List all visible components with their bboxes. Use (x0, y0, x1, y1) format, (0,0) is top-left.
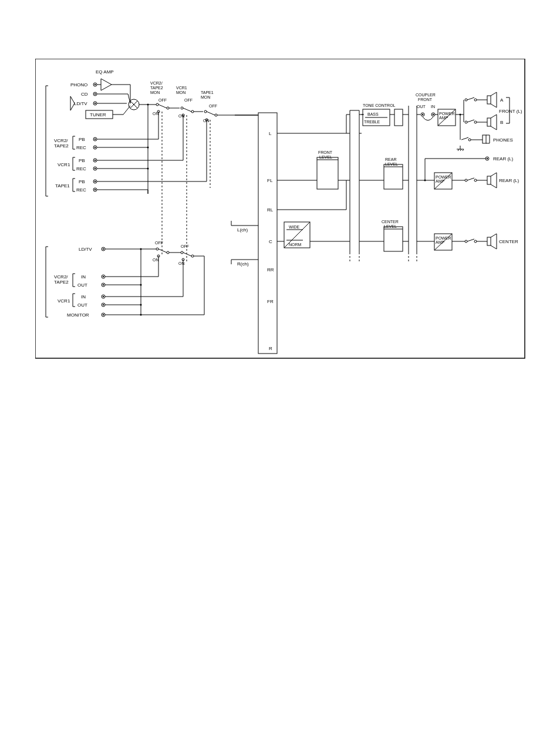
ldtv-audio-label: LD/TV (74, 101, 87, 106)
power-amp-front-label: POWER (439, 112, 454, 116)
svg-point-41 (215, 114, 217, 116)
ch-RL: RL (267, 207, 274, 213)
vcr2tape2-audio-label: VCR2/ (54, 138, 68, 143)
svg-point-95 (103, 296, 104, 298)
svg-point-62 (95, 181, 96, 183)
svg-point-77 (181, 251, 183, 254)
svg-point-58 (95, 168, 96, 170)
svg-point-7 (95, 93, 96, 95)
svg-point-183 (465, 121, 467, 123)
svg-point-21 (147, 104, 149, 106)
svg-point-72 (156, 248, 158, 250)
svg-text:TAPE2: TAPE2 (54, 143, 69, 149)
svg-line-26 (158, 105, 167, 108)
svg-text:AMP: AMP (436, 179, 445, 183)
phono-label: PHONO (70, 82, 87, 88)
out-label-coupler: OUT (417, 105, 426, 109)
speaker-b-label: B (500, 120, 503, 125)
Rch-label: R(ch) (237, 261, 249, 267)
rear-l-jack-label: REAR (L) (493, 156, 514, 161)
svg-point-99 (103, 304, 104, 306)
in-label-2: IN (81, 294, 86, 300)
svg-point-101 (140, 304, 142, 306)
ch-C: C (269, 239, 272, 244)
svg-rect-187 (487, 118, 491, 126)
pb-label-1: PB (79, 137, 85, 142)
svg-point-24 (156, 103, 158, 106)
off-label-v1: OFF (155, 241, 163, 245)
norm-label: NORM (289, 243, 302, 247)
svg-line-74 (158, 249, 167, 253)
svg-line-218 (467, 239, 474, 241)
svg-point-185 (474, 121, 477, 123)
rec-label-3: REC (76, 187, 86, 193)
svg-rect-182 (487, 96, 491, 104)
on-label-v1: ON (153, 258, 159, 262)
center-speaker-label: CENTER (499, 239, 518, 244)
svg-rect-193 (483, 135, 486, 143)
svg-point-87 (103, 276, 104, 278)
speaker-a-label: A (500, 97, 504, 103)
svg-text:FRONT: FRONT (418, 97, 433, 102)
eq-amp-label: EQ AMP (96, 69, 114, 75)
svg-point-80 (191, 255, 194, 257)
vcr1-audio-label: VCR1 (58, 162, 70, 167)
svg-line-79 (183, 253, 191, 256)
phones-label: PHONES (493, 137, 513, 143)
svg-rect-148 (384, 164, 403, 189)
tone-control-label: TONE CONTROL (363, 103, 396, 107)
in-label-1: IN (81, 274, 86, 280)
center-level-label: CENTER (382, 220, 399, 224)
svg-point-189 (460, 114, 461, 116)
monitor-video-label: MONITOR (67, 312, 89, 318)
ch-RR: RR (267, 267, 274, 272)
bass-label: BASS (367, 112, 379, 116)
svg-text:AMP: AMP (439, 116, 448, 120)
svg-point-54 (95, 160, 96, 161)
treble-label: TREBLE (364, 120, 380, 124)
Lch-label: L(ch) (237, 227, 248, 233)
svg-point-178 (465, 99, 467, 101)
svg-point-103 (103, 314, 104, 316)
pb-label-3: PB (79, 179, 85, 184)
svg-point-60 (147, 168, 149, 170)
out-label-2: OUT (77, 302, 87, 308)
svg-rect-212 (487, 176, 491, 184)
vcr1-mon-label: VCR1 (176, 86, 187, 90)
svg-text:MON: MON (201, 95, 210, 99)
rec-label-1: REC (76, 145, 86, 150)
ch-FR: FR (267, 299, 274, 304)
vcr2tape2-video-label: VCR2/ (54, 274, 68, 280)
rear-l-speaker-label: REAR (L) (499, 178, 519, 183)
svg-point-105 (140, 314, 142, 316)
svg-point-93 (140, 284, 142, 286)
out-label-1: OUT (77, 282, 87, 288)
svg-point-2 (95, 84, 96, 86)
svg-point-203 (424, 180, 426, 181)
svg-text:TAPE2: TAPE2 (54, 280, 69, 285)
svg-point-208 (465, 179, 467, 181)
svg-text:LEVEL: LEVEL (385, 162, 398, 166)
off-label-2: OFF (184, 98, 193, 102)
svg-point-66 (95, 189, 96, 191)
svg-point-91 (103, 284, 104, 286)
power-amp-rear-label: POWER (436, 175, 451, 179)
svg-text:MON: MON (150, 90, 160, 95)
svg-point-210 (474, 179, 477, 181)
svg-point-38 (204, 110, 207, 113)
cd-label: CD (81, 92, 88, 97)
rec-label-2: REC (76, 166, 86, 171)
svg-line-184 (467, 120, 474, 122)
svg-line-33 (183, 108, 191, 112)
svg-point-70 (103, 248, 104, 250)
svg-line-191 (461, 137, 468, 140)
svg-rect-146 (394, 109, 403, 126)
off-label-3: OFF (209, 104, 217, 108)
svg-line-40 (207, 112, 215, 115)
coupler-front-label: COUPLER (416, 93, 436, 97)
svg-point-27 (167, 107, 169, 109)
svg-point-52 (147, 147, 149, 149)
svg-point-200 (487, 158, 488, 160)
front-level-label: FRONT (318, 150, 333, 154)
svg-point-75 (167, 251, 169, 254)
